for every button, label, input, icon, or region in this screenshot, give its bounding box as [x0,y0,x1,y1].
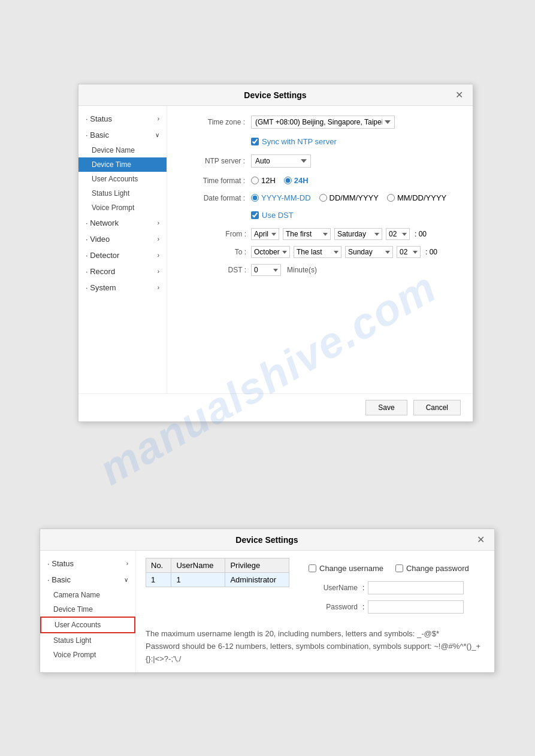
from-week-select[interactable]: The first [283,228,331,240]
save-button[interactable]: Save [365,400,407,415]
chevron-right-icon: › [158,116,159,122]
sidebar-item-device-name[interactable]: Device Name [78,143,167,157]
timezone-select[interactable]: (GMT +08:00) Beijing, Singapore, Taipei [251,116,395,129]
time-format-12-label: 12H [261,176,276,185]
sidebar-video-label: · Video [86,235,110,244]
dst-offset-select[interactable]: 0 [251,264,281,276]
date-format-mdy-option[interactable]: MM/DD/YYYY [387,193,446,202]
sidebar2: · Status › · Basic ∨ Camera Name Device … [40,551,136,672]
sidebar-item-system[interactable]: · System › [78,280,167,296]
use-dst-checkbox[interactable] [251,211,259,219]
time-format-24-label: 24H [294,176,309,185]
sidebar-item-status-light[interactable]: Status Light [78,186,167,201]
timezone-row: Time zone : (GMT +08:00) Beijing, Singap… [179,116,461,129]
use-dst-label: Use DST [262,211,294,220]
dialog2: Device Settings ✕ · Status › · Basic ∨ C… [40,529,495,673]
col-no: No. [146,558,171,573]
sidebar-item-detector[interactable]: · Detector › [78,247,167,263]
from-month-select[interactable]: April [251,228,279,240]
date-format-row: Date format : YYYY-MM-DD DD/MM/YYYY MM/D… [179,193,461,202]
sidebar2-item-camera-name[interactable]: Camera Name [40,588,135,602]
from-hour-select[interactable]: 02 [386,228,410,240]
info-line2: Password should be 6-12 numbers, letters… [146,640,485,666]
dialog1-header: Device Settings ✕ [78,84,473,106]
dialog1-close-button[interactable]: ✕ [453,89,466,101]
sidebar-record-label: · Record [86,267,115,276]
sidebar-item-record[interactable]: · Record › [78,263,167,280]
change-username-checkbox[interactable] [309,564,316,572]
to-week-select[interactable]: The last [294,246,341,258]
ntp-server-row: NTP server : Auto [179,154,461,168]
to-colon: : 00 [425,248,437,256]
table-right-layout: No. UserName Privilege 1 1 Administrator [146,558,485,626]
sidebar-item-voice-prompt[interactable]: Voice Prompt [78,201,167,215]
change-username-label: Change username [319,564,383,573]
password-field-label: Password [309,603,362,611]
date-format-dmy-radio[interactable] [319,194,327,202]
username-colon: : [362,584,364,592]
sidebar-item-user-accounts[interactable]: User Accounts [78,172,167,186]
date-format-dmy-option[interactable]: DD/MM/YYYY [319,193,379,202]
dst-to-row: To : October The last Sunday 02 : 00 [215,246,461,258]
sidebar-item-network[interactable]: · Network › [78,215,167,231]
sidebar-item-video[interactable]: · Video › [78,231,167,247]
chevron-down-icon: ∨ [155,132,159,138]
from-colon: : 00 [415,230,427,238]
change-password-option[interactable]: Change password [395,564,469,573]
dialog2-header: Device Settings ✕ [40,529,494,551]
change-password-label: Change password [406,564,469,573]
username-input[interactable] [368,581,464,594]
sidebar2-item-status[interactable]: · Status › [40,555,135,572]
main-content2: No. UserName Privilege 1 1 Administrator [136,551,494,672]
change-username-option[interactable]: Change username [309,564,383,573]
sidebar-system-label: · System [86,283,116,292]
password-input[interactable] [368,600,464,614]
sidebar2-item-voice-prompt[interactable]: Voice Prompt [40,648,135,662]
cell-username: 1 [171,573,225,587]
sidebar2-basic-label: · Basic [47,575,71,584]
chevron-down-icon2: ∨ [124,576,128,583]
chevron-right-icon7: › [126,560,128,567]
date-format-mdy-radio[interactable] [387,194,395,202]
sidebar-item-device-time[interactable]: Device Time [78,157,167,172]
sidebar-basic-label: · Basic [86,130,109,139]
date-format-dmy-label: DD/MM/YYYY [330,193,379,202]
sidebar-network-label: · Network [86,218,119,227]
col-username: UserName [171,558,225,573]
timezone-control: (GMT +08:00) Beijing, Singapore, Taipei [251,116,461,129]
sidebar2-item-basic[interactable]: · Basic ∨ [40,572,135,588]
ntp-server-select[interactable]: Auto [251,154,311,168]
date-format-options: YYYY-MM-DD DD/MM/YYYY MM/DD/YYYY [251,193,446,202]
sidebar2-item-device-time[interactable]: Device Time [40,602,135,617]
sidebar2-item-user-accounts[interactable]: User Accounts [40,617,135,633]
time-format-24-option[interactable]: 24H [284,176,309,185]
date-format-ymd-option[interactable]: YYYY-MM-DD [251,193,311,202]
sidebar-item-basic[interactable]: · Basic ∨ [78,127,167,143]
sidebar-item-status[interactable]: · Status › [78,111,167,127]
from-label: From : [215,230,251,238]
dialog2-close-button[interactable]: ✕ [474,534,487,545]
to-day-select[interactable]: Sunday [345,246,393,258]
change-password-checkbox[interactable] [395,564,403,572]
from-day-select[interactable]: Saturday [334,228,382,240]
cell-no: 1 [146,573,171,587]
cancel-button[interactable]: Cancel [413,400,461,415]
to-hour-select[interactable]: 02 [397,246,421,258]
dst-offset-row: DST : 0 Minute(s) [215,264,461,276]
date-format-label: Date format : [179,194,251,202]
password-colon: : [362,603,364,611]
date-format-ymd-radio[interactable] [251,194,259,202]
sync-ntp-checkbox[interactable] [251,138,259,145]
to-month-select[interactable]: October [251,246,290,258]
info-line1: The maximum username length is 20, inclu… [146,628,485,640]
time-format-12-option[interactable]: 12H [251,176,276,185]
sidebar-status-label: · Status [86,114,112,123]
password-field-row: Password : [309,600,475,614]
time-format-24-radio[interactable] [284,177,292,184]
time-format-12-radio[interactable] [251,177,259,184]
dialog2-title: Device Settings [59,535,474,545]
sidebar2-item-status-light[interactable]: Status Light [40,633,135,648]
ntp-server-label: NTP server : [179,157,251,165]
table-row[interactable]: 1 1 Administrator [146,573,289,587]
to-label: To : [215,248,251,256]
